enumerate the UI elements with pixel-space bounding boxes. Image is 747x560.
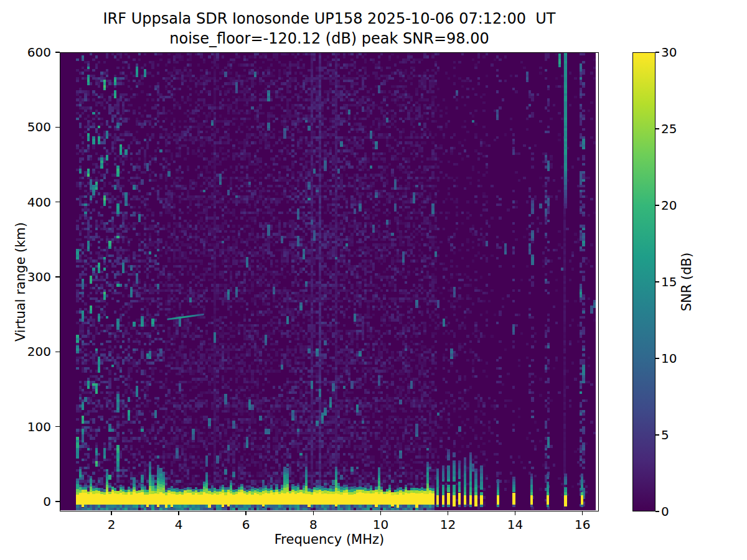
colorbar-tick-mark <box>655 128 659 129</box>
colorbar-tick-mark <box>655 511 659 512</box>
x-tick-mark <box>178 511 179 515</box>
x-tick-mark <box>245 511 247 515</box>
x-tick-mark <box>380 511 382 515</box>
x-tick-label: 12 <box>430 517 467 532</box>
y-tick-mark <box>55 202 60 203</box>
ionogram-canvas <box>60 53 596 510</box>
y-tick-mark <box>55 352 60 353</box>
colorbar-tick-label: 5 <box>661 427 698 442</box>
y-tick-label: 600 <box>0 45 51 60</box>
colorbar-tick-label: 25 <box>661 121 698 136</box>
colorbar-tick-mark <box>655 281 659 282</box>
y-tick-label: 500 <box>0 119 51 134</box>
colorbar-tick-mark <box>655 434 659 436</box>
y-tick-mark <box>55 52 60 53</box>
y-tick-mark <box>55 127 60 128</box>
colorbar-tick-label: 0 <box>661 504 698 519</box>
chart-subtitle: noise_floor=-120.12 (dB) peak SNR=98.00 <box>60 29 599 48</box>
colorbar <box>632 52 655 511</box>
y-tick-mark <box>55 276 60 278</box>
x-tick-label: 10 <box>362 517 399 532</box>
x-axis-label: Frequency (MHz) <box>60 532 599 547</box>
plot-area <box>60 52 599 511</box>
colorbar-tick-label: 15 <box>661 274 698 289</box>
x-tick-label: 16 <box>564 517 601 532</box>
chart-title: IRF Uppsala SDR Ionosonde UP158 2025-10-… <box>60 9 599 28</box>
colorbar-tick-mark <box>655 358 659 359</box>
y-tick-mark <box>55 501 60 502</box>
colorbar-tick-label: 10 <box>661 351 698 366</box>
y-tick-label: 400 <box>0 195 51 210</box>
colorbar-tick-mark <box>655 52 659 53</box>
x-tick-mark <box>515 511 516 515</box>
x-tick-mark <box>313 511 314 515</box>
x-tick-label: 4 <box>160 517 197 532</box>
x-tick-label: 8 <box>294 517 332 532</box>
colorbar-tick-mark <box>655 205 659 206</box>
y-tick-label: 0 <box>0 494 51 509</box>
colorbar-tick-label: 20 <box>661 198 698 213</box>
y-tick-label: 100 <box>0 419 51 434</box>
ionogram-figure: IRF Uppsala SDR Ionosonde UP158 2025-10-… <box>0 0 747 560</box>
y-tick-label: 300 <box>0 269 51 284</box>
y-tick-label: 200 <box>0 344 51 359</box>
x-tick-mark <box>111 511 112 515</box>
y-tick-mark <box>55 426 60 427</box>
x-tick-mark <box>448 511 449 515</box>
x-tick-mark <box>582 511 583 515</box>
colorbar-tick-label: 30 <box>661 45 698 60</box>
x-tick-label: 14 <box>497 517 534 532</box>
x-tick-label: 2 <box>93 517 130 532</box>
x-tick-label: 6 <box>227 517 265 532</box>
